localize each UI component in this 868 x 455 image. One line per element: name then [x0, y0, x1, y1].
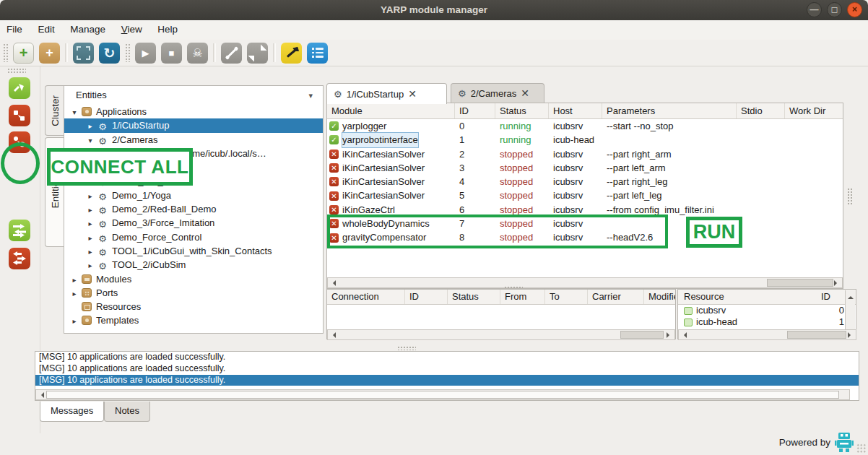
tree-item[interactable]: ▸⚙TOOL_1/iCubGui_with_Skin_Contacts	[64, 244, 323, 258]
tree-item[interactable]: ▸⚙Demo_1/Yoga	[64, 188, 323, 202]
resource-row[interactable]: icub-head1	[678, 316, 856, 328]
tree-item[interactable]: Resources	[64, 300, 323, 313]
dock-tab-cluster[interactable]: Cluster	[45, 85, 64, 136]
module-workdir	[785, 188, 843, 202]
computer-icon	[684, 307, 693, 315]
module-stdio	[737, 230, 785, 244]
chevron-down-icon[interactable]: ▾	[70, 105, 79, 118]
chevron-right-icon[interactable]: ▸	[86, 189, 95, 202]
module-host: icubsrv	[549, 175, 602, 188]
module-row[interactable]: ✕iKinCartesianSolver2stoppedicubsrv--par…	[327, 147, 843, 161]
new-file-icon[interactable]: +	[13, 43, 34, 64]
tree-item[interactable]: ▾⚙2/Cameras	[64, 133, 323, 147]
close-button[interactable]: ×	[847, 2, 862, 17]
module-hscrollbar[interactable]	[327, 277, 843, 288]
disconnect-icon[interactable]	[247, 43, 268, 64]
resource-hscrollbar[interactable]	[678, 329, 856, 340]
entities-panel: Entities ▾ ▾Applications▸⚙1/iCubStartup▾…	[64, 85, 324, 334]
tree-item[interactable]: ▸Ports	[64, 286, 323, 300]
tree-item[interactable]: ▸⚙TOOL_2/iCubSim	[64, 258, 323, 272]
module-row[interactable]: ✕iKinCartesianSolver4stoppedicubsrv--par…	[327, 175, 843, 188]
module-stdio	[737, 161, 785, 175]
status-cross-icon: ✕	[329, 205, 339, 214]
chevron-right-icon[interactable]: ▸	[86, 245, 95, 258]
menu-file[interactable]: File	[0, 20, 29, 38]
log-message[interactable]: [MSG] 10 applications are loaded success…	[35, 363, 859, 375]
module-status: running	[495, 133, 549, 147]
side-toolbar-grip[interactable]	[7, 68, 26, 73]
menu-help[interactable]: Help	[151, 20, 184, 38]
toolbar-grip[interactable]	[125, 43, 130, 62]
cleanup-icon[interactable]	[281, 43, 302, 64]
tree-item-label: 2/Cameras	[112, 134, 158, 145]
module-row[interactable]: ✓yarplogger0runningicubsrv--start --no_s…	[327, 119, 843, 133]
stop-all-icon[interactable]	[9, 105, 30, 126]
refresh-icon[interactable]: ↻	[99, 43, 120, 64]
select-all-icon[interactable]	[73, 43, 94, 64]
module-workdir	[785, 133, 843, 147]
minimize-button[interactable]: —	[807, 2, 822, 17]
module-table-header: Module ID Status Host Parameters Stdio W…	[327, 103, 843, 119]
module-row[interactable]: ✕iKinCartesianSolver3stoppedicubsrv--par…	[327, 161, 843, 175]
resize-grip[interactable]	[856, 443, 867, 454]
entities-combo[interactable]: Entities ▾	[64, 86, 323, 105]
connection-hscrollbar[interactable]	[327, 329, 675, 340]
panel-splitter[interactable]	[847, 188, 852, 205]
messages-splitter-handle[interactable]	[397, 346, 416, 350]
module-params: --part right_leg	[602, 175, 737, 188]
app-tab-cameras[interactable]: ⚙ 2/Cameras ✕	[451, 83, 544, 103]
chevron-right-icon[interactable]: ▸	[86, 231, 95, 244]
module-params: --part left_leg	[602, 188, 737, 202]
module-row[interactable]: ✓yarprobotinterface1runningicub-head	[327, 133, 843, 147]
menu-view[interactable]: View	[115, 20, 149, 38]
maximize-button[interactable]: ◻	[827, 2, 842, 17]
tab-notes[interactable]: Notes	[104, 402, 150, 422]
resource-table-header: Resource ID	[678, 290, 856, 305]
connect-all-icon[interactable]	[9, 220, 30, 241]
tree-item[interactable]: ▾Applications	[64, 105, 323, 118]
chevron-right-icon[interactable]: ▸	[86, 203, 95, 216]
tree-item[interactable]: ▸⚙1/iCubStartup	[64, 118, 323, 132]
module-list-icon[interactable]	[307, 43, 328, 64]
toolbar-grip[interactable]	[3, 43, 8, 62]
log-message[interactable]: [MSG] 10 applications are loaded success…	[35, 352, 859, 363]
run-all-icon[interactable]	[9, 77, 30, 99]
tree-item[interactable]: ▸⚙Demo_Force_Control	[64, 230, 323, 244]
module-stdio	[737, 133, 785, 147]
kill-icon[interactable]: ☠	[187, 43, 208, 64]
tab-messages[interactable]: Messages	[40, 402, 104, 422]
chevron-down-icon[interactable]: ▾	[86, 134, 95, 147]
messages-hscrollbar[interactable]	[35, 389, 850, 400]
log-message[interactable]: [MSG] 10 applications are loaded success…	[35, 375, 859, 386]
menu-edit[interactable]: Edit	[31, 20, 61, 38]
module-stdio	[737, 175, 785, 188]
chevron-right-icon[interactable]: ▸	[70, 273, 79, 286]
chevron-right-icon[interactable]: ▸	[86, 259, 95, 272]
app-tab-icubstartup[interactable]: ⚙ 1/iCubStartup ✕	[326, 83, 447, 104]
gear-icon: ⚙	[97, 234, 108, 243]
chevron-right-icon[interactable]: ▸	[86, 217, 95, 230]
tree-item[interactable]: ▸⚙Demo_2/Red-Ball_Demo	[64, 202, 323, 216]
chevron-right-icon[interactable]: ▸	[70, 287, 79, 300]
chevron-right-icon[interactable]: ▸	[86, 119, 95, 132]
status-cross-icon: ✕	[329, 177, 339, 186]
tree-item[interactable]: ▸Modules	[64, 272, 323, 286]
module-stdio	[737, 147, 785, 161]
module-row[interactable]: ✕iKinCartesianSolver5stoppedicubsrv--par…	[327, 188, 843, 202]
module-host: icubsrv	[549, 119, 602, 133]
tree-item[interactable]: ▸Templates	[64, 313, 323, 327]
stop-icon[interactable]: ■	[161, 43, 182, 64]
tab-close-icon[interactable]: ✕	[408, 88, 417, 100]
tree-item[interactable]: ▸⚙Demo_3/Force_Imitation	[64, 216, 323, 230]
disconnect-all-icon[interactable]	[9, 248, 30, 269]
run-icon[interactable]: ▶	[135, 43, 156, 64]
add-folder-icon[interactable]: +	[39, 43, 60, 64]
module-params	[602, 133, 737, 147]
menu-manage[interactable]: Manage	[64, 20, 112, 38]
module-stdio	[737, 188, 785, 202]
connect-icon[interactable]	[221, 43, 242, 64]
resource-row[interactable]: icubsrv0	[678, 305, 856, 316]
module-params: --start --no_stop	[602, 119, 737, 133]
chevron-right-icon[interactable]: ▸	[70, 314, 79, 327]
tab-close-icon[interactable]: ✕	[521, 87, 529, 99]
